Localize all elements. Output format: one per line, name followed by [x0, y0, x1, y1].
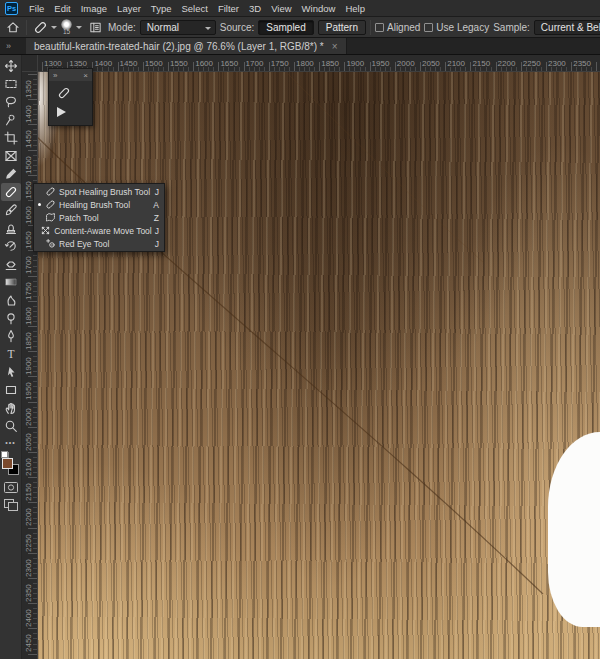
flyout-item-red-eye[interactable]: Red Eye ToolJ	[34, 237, 164, 250]
mode-dropdown[interactable]: Normal	[140, 20, 216, 35]
menu-window[interactable]: Window	[297, 3, 341, 14]
divider	[26, 20, 27, 35]
flyout-item-spot-healing-brush[interactable]: Spot Healing Brush ToolJ	[34, 185, 164, 198]
healing-brush-icon	[45, 199, 56, 210]
red-eye-icon	[45, 238, 56, 249]
color-swatches[interactable]	[1, 451, 21, 477]
home-icon	[6, 20, 20, 34]
ruler-tick-label: 1350	[23, 74, 35, 98]
patch-icon	[45, 212, 56, 223]
tool-preset-button[interactable]	[31, 18, 57, 36]
tool-healing-brush[interactable]	[1, 183, 21, 201]
tool-crop[interactable]	[1, 129, 21, 147]
source-pattern-button[interactable]: Pattern	[318, 20, 366, 35]
ruler-tick-label: 1800	[23, 301, 35, 325]
ruler-origin-corner[interactable]	[22, 55, 38, 72]
menu-help[interactable]: Help	[340, 3, 370, 14]
document-tab[interactable]: beautiful-keratin-treated-hair (2).jpg @…	[26, 38, 347, 54]
menu-image[interactable]: Image	[76, 3, 112, 14]
foreground-color-swatch[interactable]	[2, 458, 13, 469]
tool-type[interactable]: T	[1, 345, 21, 363]
healing-brush-icon	[4, 185, 18, 199]
ruler-tick-label: 1700	[23, 250, 35, 274]
tool-frame[interactable]	[1, 147, 21, 165]
brush-panel-icon	[89, 21, 102, 34]
ruler-tick-label: 1950	[372, 59, 390, 68]
chevron-down-icon[interactable]	[76, 26, 82, 29]
menu-layer[interactable]: Layer	[112, 3, 146, 14]
tool-dodge[interactable]	[1, 309, 21, 327]
red-eye-icon	[45, 238, 56, 249]
tool-rectangle[interactable]	[1, 381, 21, 399]
tool-eyedropper[interactable]	[1, 165, 21, 183]
menu-3d[interactable]: 3D	[244, 3, 266, 14]
brush-settings-panel-icon[interactable]	[86, 18, 104, 36]
menu-type[interactable]: Type	[146, 3, 177, 14]
aligned-checkbox[interactable]: Aligned	[375, 22, 420, 33]
tool-eraser[interactable]	[1, 255, 21, 273]
flyout-item-shortcut: J	[155, 239, 159, 249]
horizontal-ruler[interactable]: 1300135014001450150015501600165017001750…	[38, 55, 600, 72]
canvas[interactable]	[38, 72, 600, 659]
tool-quick-selection[interactable]	[1, 111, 21, 129]
tool-smudge[interactable]	[1, 291, 21, 309]
ruler-tick-label: 2250	[523, 59, 541, 68]
ruler-tick-label: 2350	[573, 59, 591, 68]
flyout-item-label: Spot Healing Brush Tool	[59, 187, 150, 197]
tool-clone-stamp[interactable]	[1, 219, 21, 237]
flyout-item-patch[interactable]: Patch ToolZ	[34, 211, 164, 224]
flyout-item-label: Healing Brush Tool	[59, 200, 130, 210]
healing-brush-icon	[31, 18, 49, 36]
screen-mode-icon[interactable]	[3, 498, 19, 512]
flyout-item-shortcut: Z	[154, 213, 159, 223]
tool-history-brush[interactable]	[1, 237, 21, 255]
tab-close-icon[interactable]: ×	[332, 41, 338, 52]
ruler-tick-label: 1450	[120, 59, 138, 68]
gradient-icon	[4, 275, 18, 289]
ruler-tick-label: 1850	[23, 326, 35, 350]
tool-path-selection[interactable]	[1, 363, 21, 381]
vertical-ruler[interactable]: 1350140014501500155016001650170017501800…	[22, 72, 38, 659]
ruler-tick-label: 2150	[23, 477, 35, 501]
collapse-chevron-icon[interactable]: »	[53, 71, 57, 80]
quick-mask-mode-icon[interactable]	[3, 481, 19, 494]
close-icon[interactable]: ×	[83, 71, 88, 80]
tool-rectangular-marquee[interactable]	[1, 75, 21, 93]
home-icon[interactable]	[4, 18, 22, 36]
menu-view[interactable]: View	[266, 3, 296, 14]
use-legacy-checkbox[interactable]: Use Legacy	[424, 22, 489, 33]
tool-lasso[interactable]	[1, 93, 21, 111]
source-sampled-button[interactable]: Sampled	[258, 20, 313, 35]
tool-move[interactable]	[1, 57, 21, 75]
tab-overflow-chevron[interactable]: »	[0, 38, 26, 54]
menu-select[interactable]: Select	[176, 3, 212, 14]
flyout-item-content-aware-move[interactable]: Content-Aware Move ToolJ	[34, 224, 164, 237]
menu-edit[interactable]: Edit	[49, 3, 75, 14]
tool-brush[interactable]	[1, 201, 21, 219]
tool-gradient[interactable]	[1, 273, 21, 291]
tools-panel: T •••	[0, 55, 22, 659]
sample-dropdown[interactable]: Current & Below	[534, 20, 600, 35]
play-icon[interactable]	[57, 107, 66, 117]
current-tool-indicator	[37, 203, 42, 206]
lasso-icon	[4, 95, 18, 109]
ruler-tick-label: 1900	[23, 351, 35, 375]
patch-icon	[45, 212, 56, 223]
menu-file[interactable]: File	[24, 3, 49, 14]
eraser-icon	[4, 257, 18, 271]
mode-label: Mode:	[108, 22, 136, 33]
tool-zoom[interactable]	[1, 417, 21, 435]
brush-size-picker[interactable]: 15	[61, 19, 72, 36]
healing-brush-icon[interactable]	[57, 86, 92, 100]
floating-mini-panel[interactable]: » ×	[48, 68, 93, 126]
photoshop-logo-icon[interactable]: Ps	[5, 2, 18, 15]
ruler-tick-label: 1650	[220, 59, 238, 68]
flyout-item-healing-brush[interactable]: Healing Brush ToolA	[34, 198, 164, 211]
tool-pen[interactable]	[1, 327, 21, 345]
sample-label: Sample:	[493, 22, 530, 33]
ruler-tick-label: 2100	[23, 452, 35, 476]
menu-filter[interactable]: Filter	[213, 3, 244, 14]
edit-toolbar-button[interactable]: •••	[5, 435, 15, 449]
ruler-tick-label: 1450	[23, 124, 35, 148]
tool-hand[interactable]	[1, 399, 21, 417]
